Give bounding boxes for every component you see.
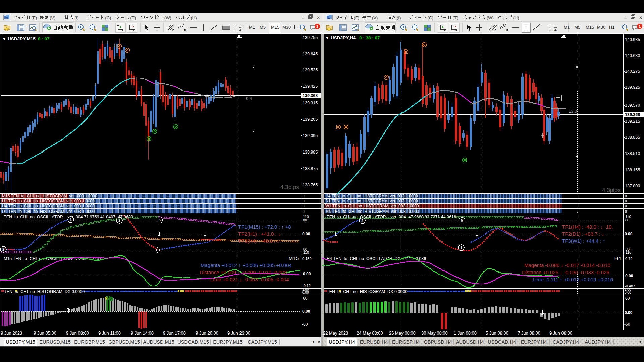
svg-text:0.00: 0.00 [625,310,633,315]
svg-text:0.00: 0.00 [302,232,310,236]
svg-text:M15: M15 [289,255,299,261]
svg-text:◄: ◄ [311,340,315,344]
svg-text:H1: H1 [609,25,615,30]
svg-text:W1 TEN_to_CHI_no_HISTOGRAM_ver: W1 TEN_to_CHI_no_HISTOGRAM_ver_003 1.000… [325,204,419,208]
svg-text:TEN_to_CHI_no_OSCILLATOR__ver_: TEN_to_CHI_no_OSCILLATOR__ver_004 -47.96… [327,215,456,219]
svg-text:M1: M1 [249,25,255,30]
svg-text:8 : 07: 8 : 07 [38,36,50,41]
svg-text:M5: M5 [574,25,580,30]
svg-text:AUDUSD,H4: AUDUSD,H4 [456,339,484,345]
svg-text:EURGBP,M15: EURGBP,M15 [74,339,105,345]
svg-text:139.095: 139.095 [303,133,318,138]
svg-text:Distance +0.009 ↓ -0.009 -0.0: Distance +0.009 ↓ -0.009 -0.010 -0.008 [200,269,287,275]
svg-text:(C): (C) [105,15,111,20]
svg-text:0: 0 [303,194,305,198]
svg-text:138.510: 138.510 [625,151,640,156]
svg-text:4.3pips: 4.3pips [280,184,299,190]
svg-text:139.368: 139.368 [303,93,318,98]
svg-text:139.645: 139.645 [303,52,318,56]
svg-text:139.205: 139.205 [303,117,318,122]
svg-text:9 Jun 20:00: 9 Jun 20:00 [196,330,218,336]
svg-text:TF2(D1) : +83.7 : ↓: TF2(D1) : +83.7 : ↓ [562,231,604,237]
svg-text:24 May 08:00: 24 May 08:00 [357,330,383,336]
svg-text:(H): (H) [191,15,197,20]
svg-text:138.155: 138.155 [625,168,640,172]
svg-text:60: 60 [303,296,308,301]
svg-text:EURUSD,H4: EURUSD,H4 [360,339,388,345]
svg-text:9 Jun 08:00: 9 Jun 08:00 [66,330,89,336]
svg-text:EURJPY,M15: EURJPY,M15 [213,339,243,345]
svg-text:(I): (I) [397,15,401,20]
svg-text:(H): (H) [513,15,519,20]
svg-text:5 Jun 08:00: 5 Jun 08:00 [486,330,508,336]
svg-text:140.630: 140.630 [625,53,640,58]
svg-text:–: – [624,15,627,20]
svg-text:▼ USDJPY,M15: ▼ USDJPY,M15 [2,36,36,41]
svg-text:80: 80 [625,218,629,222]
svg-text:–: – [302,15,304,20]
svg-text:w: w [5,16,8,20]
svg-text:7 Jun 08:00: 7 Jun 08:00 [518,330,540,336]
svg-text:(F): (F) [354,15,359,20]
svg-text:0: 0 [303,199,305,203]
svg-text:(F): (F) [31,15,37,20]
svg-text:▼ USDJPY,H4: ▼ USDJPY,H4 [325,35,356,40]
svg-text:5: 5 [461,219,463,222]
svg-text:(V): (V) [50,15,55,20]
svg-text:0.00: 0.00 [625,291,631,294]
svg-text:9 Jun 05:00: 9 Jun 05:00 [34,330,56,336]
svg-text:139.925: 139.925 [625,85,640,90]
svg-text:EURJPY,H4: EURJPY,H4 [521,339,547,345]
svg-text:TF2(H1) : +41.0 : ↓: TF2(H1) : +41.0 : ↓ [238,231,280,237]
svg-text:USDCAD,H4: USDCAD,H4 [488,339,516,345]
svg-text:D1 TEN_to_CHI_no_HISTOGRAM_ver: D1 TEN_to_CHI_no_HISTOGRAM_ver_003 1.000… [325,199,418,203]
svg-text:TF3(W1) : +44.4 : ↑: TF3(W1) : +44.4 : ↑ [562,238,605,244]
svg-text:M15 TEN_to_CHI_no_HISTOGRAM_ve: M15 TEN_to_CHI_no_HISTOGRAM_ver_003 1.00… [2,194,97,198]
svg-text:30 May 08:00: 30 May 08:00 [421,330,448,336]
svg-text:4.3pips: 4.3pips [602,187,621,193]
svg-text:►: ► [318,340,321,344]
svg-text:0.00: 0.00 [625,274,633,278]
svg-text:►: ► [639,340,643,344]
svg-text:Lime +0.021 ↓ -0.003 -0.005 -: Lime +0.021 ↓ -0.003 -0.005 -0.004 [210,277,289,282]
svg-text:×: × [639,15,642,20]
svg-text:USDJPY,H4: USDJPY,H4 [329,339,355,345]
svg-text:1: 1 [460,246,462,250]
svg-text:137.800: 137.800 [625,184,640,188]
svg-text:(C): (C) [427,15,433,20]
svg-text:TEN_to_CHI_no_HISTOGRAM_DX 0.0: TEN_to_CHI_no_HISTOGRAM_DX 0.0000 [327,289,407,294]
svg-text:2: 2 [361,219,363,223]
svg-text:0: 0 [303,204,305,208]
svg-text:Distance +0.025 ↓ -0.030 -0.0: Distance +0.025 ↓ -0.030 -0.033 -0.026 [522,269,609,275]
svg-text:M30: M30 [282,25,291,30]
svg-text:TF1(M15) : +72.0 : ↑ +8: TF1(M15) : +72.0 : ↑ +8 [238,224,291,230]
svg-text:1 Jun 08:00: 1 Jun 08:00 [454,330,477,336]
svg-text:(W): (W) [487,15,494,20]
svg-text:-60: -60 [624,322,630,327]
svg-text:TF3(H4) : -48.0 : ↓: TF3(H4) : -48.0 : ↓ [238,238,279,244]
svg-text:0: 0 [303,210,305,214]
svg-text:0.159: 0.159 [302,257,312,261]
svg-text:139.755: 139.755 [303,35,318,40]
svg-text:TEN_to_CHI_no_OSCILLATOR__ver_: TEN_to_CHI_no_OSCILLATOR__ver_004 71.975… [4,215,133,219]
svg-text:(W): (W) [164,15,171,20]
svg-text:0.00: 0.00 [302,291,309,294]
svg-text:F: F [240,28,242,32]
svg-text:GBPUSD,M15: GBPUSD,M15 [108,339,140,345]
svg-text:EURGBP,H4: EURGBP,H4 [392,339,420,345]
svg-text:F: F [495,28,496,31]
svg-text:-110: -110 [624,250,631,254]
svg-text:E: E [506,28,508,31]
svg-text:9 Jun 11:00: 9 Jun 11:00 [98,330,121,336]
svg-text:(V): (V) [372,15,378,20]
svg-text:139.535: 139.535 [303,68,318,72]
svg-text:M15: M15 [586,25,594,30]
svg-text:(T): (T) [453,15,459,20]
svg-text:M30: M30 [597,25,605,30]
svg-text:0: 0 [625,204,627,208]
svg-text:0.00: 0.00 [302,309,310,314]
svg-text:(I): (I) [74,15,78,20]
svg-text:AUDJPY,H4: AUDJPY,H4 [585,339,611,345]
svg-text:1: 1 [316,24,318,28]
svg-text:M1: M1 [564,25,570,30]
